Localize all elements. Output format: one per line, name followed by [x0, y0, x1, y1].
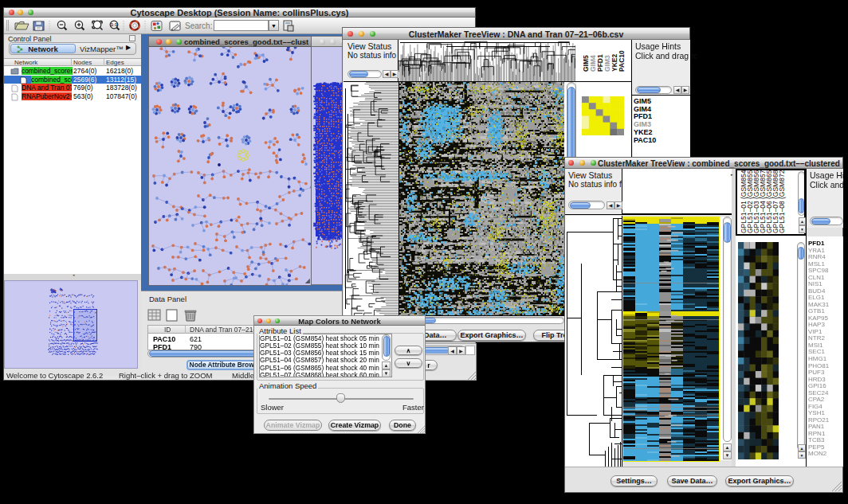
svg-text:1:1: 1:1	[111, 22, 118, 27]
